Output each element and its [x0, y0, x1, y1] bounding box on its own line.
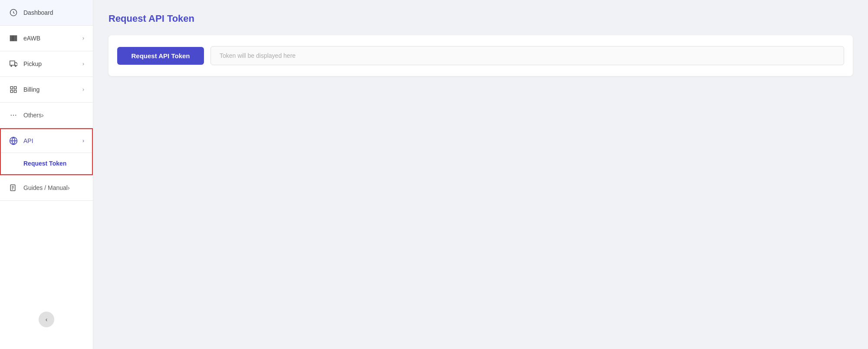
api-subsection: API › Request Token: [0, 128, 93, 175]
svg-point-15: [15, 115, 16, 116]
others-icon: [9, 110, 18, 120]
request-api-token-button[interactable]: Request API Token: [117, 47, 204, 65]
sidebar-item-pickup[interactable]: Pickup ›: [0, 51, 93, 77]
sidebar-item-guides[interactable]: Guides / Manual ›: [0, 175, 93, 201]
collapse-icon: ‹: [46, 316, 48, 323]
token-display-field: Token will be displayed here: [210, 46, 844, 65]
chevron-right-icon: ›: [82, 61, 84, 67]
svg-rect-11: [10, 90, 13, 93]
chevron-right-icon: ›: [82, 35, 84, 41]
page-title: Request API Token: [108, 13, 853, 24]
sidebar-item-others[interactable]: Others ›: [0, 103, 93, 128]
svg-point-14: [13, 115, 14, 116]
svg-rect-12: [14, 90, 16, 93]
barcode-icon: [9, 33, 18, 43]
svg-rect-5: [15, 36, 16, 41]
chevron-right-icon: ›: [42, 112, 44, 119]
sidebar-item-request-token[interactable]: Request Token: [1, 153, 92, 174]
sidebar-item-eawb[interactable]: eAWB ›: [0, 26, 93, 51]
sidebar-collapse-button[interactable]: ‹: [39, 312, 54, 327]
chevron-right-icon: ›: [82, 86, 84, 93]
billing-icon: [9, 85, 18, 94]
chevron-right-icon: ›: [68, 184, 70, 191]
sidebar-item-billing-label: Billing: [23, 86, 82, 93]
sidebar: Dashboard eAWB › Pickup › Billing ›: [0, 0, 93, 349]
svg-rect-6: [16, 36, 17, 41]
chevron-right-api-icon: ›: [82, 138, 84, 144]
sidebar-item-api[interactable]: API ›: [1, 129, 92, 153]
sidebar-item-eawb-label: eAWB: [23, 35, 82, 42]
svg-point-7: [11, 66, 12, 66]
sidebar-item-dashboard[interactable]: Dashboard: [0, 0, 93, 26]
sidebar-guides-label: Guides / Manual: [23, 184, 68, 191]
svg-point-13: [11, 115, 12, 116]
svg-rect-9: [10, 86, 13, 89]
main-content: Request API Token Request API Token Toke…: [93, 0, 868, 349]
sidebar-item-billing[interactable]: Billing ›: [0, 77, 93, 103]
token-card: Request API Token Token will be displaye…: [108, 35, 853, 76]
truck-icon: [9, 59, 18, 69]
token-placeholder-text: Token will be displayed here: [220, 52, 296, 59]
sidebar-api-label: API: [23, 137, 82, 144]
sidebar-item-others-label: Others: [23, 112, 42, 119]
svg-rect-1: [10, 36, 11, 41]
svg-rect-2: [12, 36, 12, 41]
svg-point-8: [15, 66, 16, 66]
sidebar-item-pickup-label: Pickup: [23, 60, 82, 67]
api-globe-icon: [9, 136, 18, 146]
book-icon: [9, 183, 18, 193]
svg-rect-4: [14, 36, 14, 41]
sidebar-item-dashboard-label: Dashboard: [23, 9, 84, 16]
svg-rect-3: [13, 36, 13, 41]
svg-rect-10: [14, 86, 16, 89]
dashboard-icon: [9, 8, 18, 17]
request-token-label: Request Token: [23, 160, 66, 167]
